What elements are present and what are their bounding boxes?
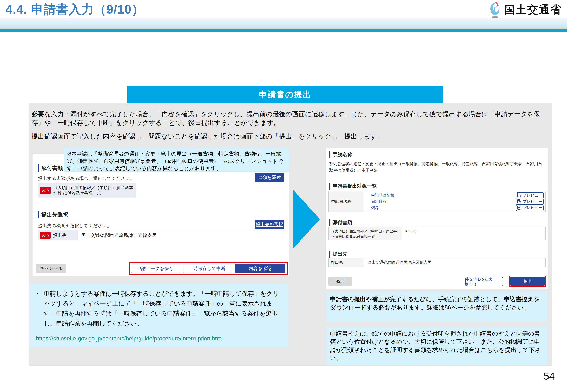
confirm-content-button[interactable]: 内容を確認 [235, 264, 285, 273]
procedure-name-heading: 手続名称 [329, 151, 352, 158]
select-destination-button[interactable]: 提出先を選択 [255, 220, 284, 229]
destination-heading: 提出先 [329, 251, 347, 257]
destination-row-label: 提出先 [328, 258, 364, 267]
attach-row: 必須 （大項目）届出情報／（中項目）届出基本情報 に係る添付書類一式 [38, 183, 284, 198]
heading-accent-bar [329, 182, 330, 190]
required-badge: 必須 [40, 187, 51, 194]
page-number: 54 [543, 370, 555, 382]
attach-document-button[interactable]: 書類を添付 [255, 173, 284, 182]
destination-row: 提出先 国土交通省,関東運輸局,東京運輸支局 [328, 258, 546, 267]
submit-button[interactable]: 提出 [510, 277, 545, 286]
submission-list-heading: 申請書提出対象一覧 [329, 182, 377, 190]
heading-accent-bar [38, 211, 39, 219]
page-title: 4.4. 申請書入力（9/10） [6, 1, 144, 18]
save-application-data-button[interactable]: 申請データを保存 [131, 264, 179, 273]
header-band [0, 18, 567, 28]
receipt-download-info-box: 申請書の提出や補正が完了するたびに、手続完了の証跡として、申込書控えをダウンロー… [326, 292, 548, 322]
highlighted-submit-wrap: 提出 [509, 276, 546, 287]
list-item: 申請基礎情報 プレビュー [371, 192, 544, 198]
required-badge: 必須 [40, 232, 51, 238]
list-item: 届出情報 プレビュー [371, 199, 544, 205]
intro-paragraph-1: 必要な入力・添付がすべて完了した場合、「内容を確認」をクリックし、提出前の最後の… [31, 110, 550, 127]
list-item-link[interactable]: 申請基礎情報 [371, 193, 394, 198]
document-search-icon [517, 199, 521, 204]
destination-row: 必須 提出先 国土交通省,関東運輸局,東京運輸支局 [38, 230, 284, 240]
heading-accent-bar [329, 251, 330, 257]
attachments-row-label: （大項目）届出情報／（中項目）届出基本情報に係る添付書類一式 [328, 227, 402, 240]
submission-list-table: 申請書名称 申請基礎情報 プレビュー 届出情報 プレビュー [328, 191, 546, 212]
document-search-icon [517, 193, 521, 197]
fix-button[interactable]: 修正 [328, 277, 352, 286]
left-screenshot-panel: 添付書類 提出する書類がある場合、添付してください。 書類を添付 必須 （大項目… [33, 154, 289, 276]
cancel-button[interactable]: キャンセル [36, 264, 66, 273]
mlit-logo-icon [488, 1, 502, 18]
document-search-icon [517, 206, 521, 210]
export-pdf-button[interactable]: 申請内容を出力(PDF) [465, 277, 503, 286]
slide: 4.4. 申請書入力（9/10） 国土交通省 申請書の提出 必要な入力・添付がす… [0, 0, 567, 392]
preview-button[interactable]: プレビュー [516, 199, 544, 205]
attachments-row-value: test.zip [402, 227, 545, 240]
interruption-help-link[interactable]: https://shinsei.e-gov.go.jp/contents/hel… [36, 334, 283, 343]
list-item: 備考 プレビュー [371, 205, 544, 211]
preview-button[interactable]: プレビュー [516, 192, 544, 198]
destination-row-value: 国土交通省,関東運輸局,東京運輸支局 [78, 230, 284, 240]
submission-list-row-label: 申請書名称 [328, 192, 364, 212]
temporary-save-info-box: ・ 申請しようとする案件は一時保存することができます。「一時申請して保存」をクリ… [29, 284, 288, 347]
info-bold-text: 申請書の提出や補正が完了するたびに [330, 296, 432, 302]
destination-caption: 提出先の機関を選択してください。 [38, 223, 111, 229]
heading-accent-bar [329, 219, 330, 226]
mlit-logo-text: 国土交通省 [504, 2, 562, 17]
destination-section-heading: 提出先選択 [38, 211, 68, 219]
bullet-mark: ・ [34, 289, 41, 328]
attach-section-heading: 添付書類 [38, 164, 63, 172]
procedure-name-text: 整備管理者の選任・変更・廃止の届出（一般貨物、特定貨物、一般旅客、特定旅客、自家… [329, 161, 545, 173]
heading-accent-bar [38, 164, 39, 172]
attach-caption: 提出する書類がある場合、添付してください。 [38, 175, 134, 182]
list-item-link[interactable]: 備考 [371, 205, 379, 210]
intro-text: 必要な入力・添付がすべて完了した場合、「内容を確認」をクリックし、提出前の最後の… [31, 110, 550, 141]
section-title: 申請書の提出 [127, 86, 443, 103]
right-screenshot-panel: 手続名称 整備管理者の選任・変更・廃止の届出（一般貨物、特定貨物、一般旅客、特定… [326, 148, 548, 289]
destination-row-label: 提出先 [53, 232, 67, 238]
pause-and-save-button[interactable]: 一時保存して中断 [183, 264, 231, 273]
attachments-heading: 添付書類 [329, 219, 352, 226]
screenshot-note: ※本申請は「整備管理者の選任・変更・廃止の届出（一般貨物、特定貨物、貨物軽、一般… [64, 148, 289, 172]
temporary-save-info-text: 申請しようとする案件は一時保存することができます。「一時申請して保存」をクリック… [44, 289, 283, 328]
mlit-logo: 国土交通省 [488, 1, 562, 18]
destination-row-value: 国土交通省,関東運輸局,東京運輸支局 [364, 258, 545, 267]
attachments-row: （大項目）届出情報／（中項目）届出基本情報に係る添付書類一式 test.zip [328, 227, 546, 240]
header-bar [0, 28, 567, 32]
preview-button[interactable]: プレビュー [516, 205, 544, 211]
receipt-keep-info-box: 申請書控えは、紙での申請における受付印を押された申請書の控えと同等の書類という位… [326, 327, 548, 365]
list-item-link[interactable]: 届出情報 [371, 199, 387, 204]
heading-accent-bar [329, 151, 330, 158]
intro-paragraph-2: 提出確認画面で記入した内容を確認し、問題ないことを確認した場合は画面下部の「提出… [31, 132, 550, 141]
attach-row-label: （大項目）届出情報／（中項目）届出基本情報 に係る添付書類一式 [53, 185, 134, 196]
highlighted-action-group: 申請データを保存 一時保存して中断 内容を確認 [129, 262, 288, 275]
